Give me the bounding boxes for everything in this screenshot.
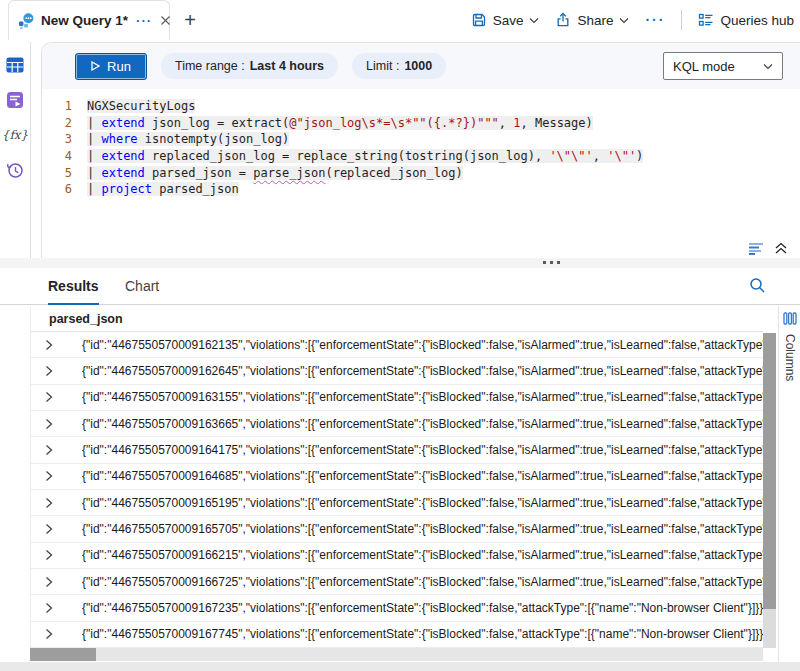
results-tabs-row: Results Chart — [0, 268, 800, 305]
tab-chart[interactable]: Chart — [125, 278, 159, 294]
row-json-text: {"id":"4467550570009167745","violations"… — [82, 627, 763, 641]
code-token: 1 — [513, 116, 520, 130]
expand-chevron-icon[interactable] — [45, 523, 55, 535]
queries-hub-button[interactable]: Queries hub — [698, 12, 794, 28]
table-row[interactable]: {"id":"4467550570009162645","violations"… — [31, 358, 763, 384]
query-mode-select[interactable]: KQL mode — [663, 52, 783, 80]
search-icon[interactable] — [749, 277, 766, 294]
results-vertical-scrollbar[interactable] — [763, 333, 776, 648]
row-json-text: {"id":"4467550570009166725","violations"… — [82, 575, 763, 589]
expand-chevron-icon[interactable] — [45, 602, 55, 614]
queries-hub-label: Queries hub — [720, 13, 794, 28]
code-token: | — [87, 182, 101, 196]
code-text: NGXSecurityLogs — [87, 99, 195, 113]
more-icon[interactable]: ··· — [645, 12, 665, 28]
collapse-up-icon[interactable] — [774, 241, 788, 255]
table-row[interactable]: {"id":"4467550570009167235","violations"… — [31, 595, 763, 621]
table-row[interactable]: {"id":"4467550570009165705","violations"… — [31, 516, 763, 542]
splitter-grip-icon — [543, 261, 560, 264]
horizontal-scroll-thumb[interactable] — [30, 648, 96, 661]
tab-results[interactable]: Results — [48, 278, 99, 305]
code-text: | where isnotempty(json_log) — [87, 132, 289, 146]
kusto-web-explorer: New Query 1* ··· + Save — [0, 0, 800, 671]
code-editor[interactable]: 1 NGXSecurityLogs 2 | extend json_log = … — [42, 89, 800, 198]
code-text: | extend replaced_json_log = replace_str… — [87, 149, 643, 163]
chevron-down-icon — [619, 17, 629, 24]
row-json-text: {"id":"4467550570009165705","violations"… — [82, 522, 763, 536]
time-range-pill[interactable]: Time range : Last 4 hours — [161, 53, 338, 79]
table-row[interactable]: {"id":"4467550570009164685","violations"… — [31, 464, 763, 490]
line-number: 6 — [42, 182, 72, 196]
history-icon[interactable] — [6, 161, 24, 179]
code-line: 6 | project parsed_json — [42, 181, 800, 198]
query-lines-icon[interactable] — [748, 242, 764, 255]
code-token: extend — [101, 116, 144, 130]
columns-panel-toggle[interactable]: Columns — [778, 306, 800, 662]
new-tab-button[interactable]: + — [178, 8, 202, 32]
table-row[interactable]: {"id":"4467550570009165195","violations"… — [31, 490, 763, 516]
results-horizontal-scrollbar[interactable] — [30, 648, 763, 661]
share-icon — [555, 12, 571, 28]
row-json-text: {"id":"4467550570009163665","violations"… — [82, 417, 763, 431]
row-json-text: {"id":"4467550570009163155","violations"… — [82, 390, 763, 404]
code-token: parse_json — [253, 166, 325, 180]
expand-chevron-icon[interactable] — [45, 339, 55, 351]
expand-chevron-icon[interactable] — [45, 576, 55, 588]
expand-chevron-icon[interactable] — [45, 497, 55, 509]
table-row[interactable]: {"id":"4467550570009163155","violations"… — [31, 385, 763, 411]
play-icon — [91, 61, 100, 71]
run-button[interactable]: Run — [75, 53, 147, 80]
table-row[interactable]: {"id":"4467550570009163665","violations"… — [31, 411, 763, 437]
editor-results-splitter[interactable] — [0, 258, 800, 268]
expand-chevron-icon[interactable] — [45, 470, 55, 482]
expand-chevron-icon[interactable] — [45, 549, 55, 561]
adx-app-icon — [17, 12, 35, 30]
expand-chevron-icon[interactable] — [45, 628, 55, 640]
query-tab[interactable]: New Query 1* ··· — [8, 0, 170, 40]
columns-panel-label: Columns — [783, 334, 797, 381]
line-number: 2 — [42, 116, 72, 130]
row-json-text: {"id":"4467550570009167235","violations"… — [82, 601, 763, 615]
code-text: | extend json_log = extract(@"json_log\s… — [87, 116, 593, 130]
share-button[interactable]: Share — [555, 12, 629, 28]
save-button[interactable]: Save — [471, 12, 540, 28]
queries-hub-icon — [698, 12, 714, 28]
code-token: '\"' — [607, 149, 636, 163]
table-row[interactable]: {"id":"4467550570009166725","violations"… — [31, 569, 763, 595]
tab-more-icon[interactable]: ··· — [136, 13, 152, 28]
bottom-strip — [0, 662, 800, 671]
row-json-text: {"id":"4467550570009166215","violations"… — [82, 548, 763, 562]
code-line: 3 | where isnotempty(json_log) — [42, 131, 800, 148]
tables-icon[interactable] — [6, 56, 24, 74]
code-line: 4 | extend replaced_json_log = replace_s… — [42, 148, 800, 165]
vertical-scroll-thumb[interactable] — [763, 333, 776, 609]
functions-icon[interactable]: {fx} — [6, 126, 24, 144]
expand-chevron-icon[interactable] — [45, 444, 55, 456]
limit-pill[interactable]: Limit : 1000 — [352, 53, 446, 79]
tab-close-icon[interactable] — [160, 15, 171, 26]
query-mode-value: KQL mode — [673, 59, 735, 74]
code-token: @"json_log\s*=\s*""({.*?})""" — [289, 116, 499, 130]
code-token: json_log = extract( — [145, 116, 290, 130]
run-label: Run — [107, 59, 131, 74]
line-number: 1 — [42, 99, 72, 113]
expand-chevron-icon[interactable] — [45, 391, 55, 403]
code-line: 1 NGXSecurityLogs — [42, 98, 800, 115]
chevron-down-icon — [529, 17, 539, 24]
table-row[interactable]: {"id":"4467550570009162135","violations"… — [31, 332, 763, 358]
table-row[interactable]: {"id":"4467550570009166215","violations"… — [31, 543, 763, 569]
queryset-icon[interactable] — [6, 91, 24, 109]
row-json-text: {"id":"4467550570009164685","violations"… — [82, 469, 763, 483]
table-row[interactable]: {"id":"4467550570009164175","violations"… — [31, 437, 763, 463]
row-json-text: {"id":"4467550570009162645","violations"… — [82, 364, 763, 378]
column-header-parsed-json[interactable]: parsed_json — [31, 306, 763, 332]
code-token: | — [87, 166, 101, 180]
table-row[interactable]: {"id":"4467550570009167745","violations"… — [31, 622, 763, 648]
code-token: replaced_json_log = replace_string(tostr… — [145, 149, 550, 163]
save-label: Save — [493, 13, 524, 28]
expand-chevron-icon[interactable] — [45, 418, 55, 430]
expand-chevron-icon[interactable] — [45, 365, 55, 377]
left-sidebar: {fx} — [0, 42, 31, 258]
editor-corner-actions — [748, 241, 788, 255]
code-token: , — [593, 149, 607, 163]
